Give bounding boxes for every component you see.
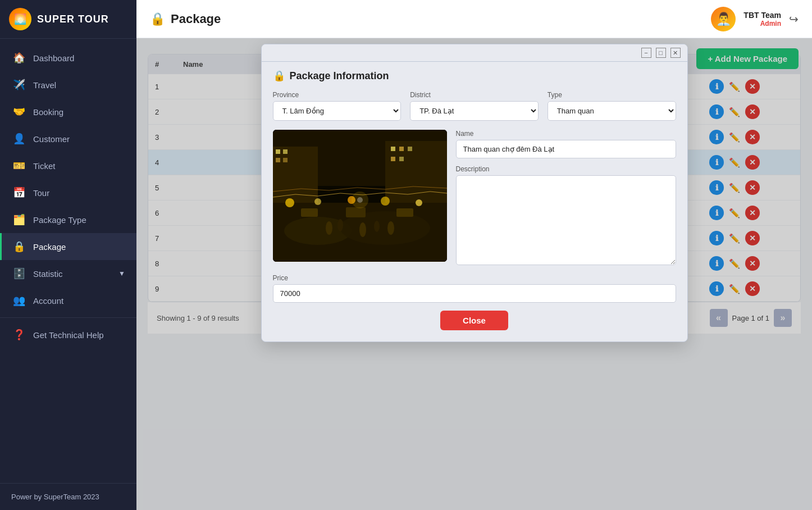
header-title: 🔒 Package [150,12,221,26]
statistic-icon: 🗄️ [13,267,25,280]
name-input[interactable] [456,140,676,158]
location-row: Province T. Lâm ĐồngHà NộiTP. HCM Distri… [273,91,676,121]
type-group: Type Tham quanDu lịchNghỉ dưỡng [548,91,676,121]
app-name: SUPER TOUR [37,13,109,25]
main-row: Name Description [273,130,676,265]
province-select[interactable]: T. Lâm ĐồngHà NộiTP. HCM [273,101,402,121]
account-icon: 👥 [13,294,25,307]
svg-point-30 [357,197,363,203]
logout-button[interactable]: ↪ [789,12,799,26]
type-label: Type [548,91,676,99]
tour-icon: 📅 [13,186,25,199]
sidebar-item-travel[interactable]: ✈️ Travel [0,71,136,98]
sidebar-item-statistic[interactable]: 🗄️ Statistic ▼ [0,260,136,287]
svg-point-19 [381,197,390,206]
sidebar-item-label: Tour [33,188,49,198]
svg-point-22 [337,219,343,231]
sidebar-item-label: Package [33,242,66,252]
customer-icon: 👤 [13,133,25,145]
svg-rect-10 [408,147,412,151]
province-label: Province [273,91,402,99]
sidebar: 🌅 SUPER TOUR 🏠 Dashboard ✈️ Travel 🤝 Boo… [0,0,136,510]
sidebar-item-account[interactable]: 👥 Account [0,287,136,314]
sidebar-item-ticket[interactable]: 🎫 Ticket [0,152,136,179]
modal-titlebar: − □ ✕ [262,44,687,62]
district-select[interactable]: TP. Đà LạtBảo LộcĐức Trọng [410,101,539,121]
sidebar-footer: Power by SuperTeam 2023 [0,483,136,510]
sidebar-item-label: Dashboard [33,53,74,63]
district-label: District [410,91,539,99]
user-info: TBT Team Admin [743,11,781,28]
svg-rect-5 [276,158,280,162]
sidebar-item-customer[interactable]: 👤 Customer [0,125,136,152]
svg-rect-12 [399,157,404,161]
svg-rect-4 [283,149,288,154]
sidebar-item-label: Booking [33,107,63,117]
package-icon: 🔒 [13,240,25,253]
user-role: Admin [743,20,781,28]
sidebar-item-label: Statistic [33,269,63,279]
svg-point-21 [326,221,332,235]
minimize-button[interactable]: − [641,48,651,58]
main-content: 🔒 Package 👨‍💼 TBT Team Admin ↪ + Add New… [136,0,812,510]
right-form: Name Description [456,130,676,265]
svg-rect-3 [276,149,280,154]
sidebar-item-label: Ticket [33,161,55,171]
maximize-button[interactable]: □ [656,48,666,58]
svg-point-24 [374,221,380,232]
package-image [273,130,447,262]
svg-point-23 [359,222,366,237]
svg-point-25 [387,221,394,235]
modal-close-button[interactable]: Close [440,311,508,330]
svg-point-20 [416,199,422,206]
svg-rect-27 [346,207,366,217]
sidebar-item-label: Package Type [33,215,86,225]
sidebar-item-package[interactable]: 🔒 Package [0,233,136,260]
modal-title-text: Package Information [290,70,389,82]
modal-body: Province T. Lâm ĐồngHà NộiTP. HCM Distri… [262,85,687,341]
price-input[interactable] [273,284,676,303]
close-window-button[interactable]: ✕ [670,48,681,58]
home-icon: 🏠 [13,52,25,64]
nav-divider [0,317,136,318]
header-right: 👨‍💼 TBT Team Admin ↪ [711,7,799,31]
svg-point-16 [285,198,294,207]
district-group: District TP. Đà LạtBảo LộcĐức Trọng [410,91,539,121]
svg-rect-6 [283,158,288,162]
travel-icon: ✈️ [13,79,25,91]
sidebar-item-package-type[interactable]: 🗂️ Package Type [0,206,136,233]
svg-rect-11 [391,157,395,161]
sidebar-item-help[interactable]: ❓ Get Technical Help [0,321,136,348]
svg-rect-26 [301,208,318,217]
sidebar-item-dashboard[interactable]: 🏠 Dashboard [0,44,136,71]
sidebar-item-label: Customer [33,134,70,144]
modal-title-icon: 🔒 [273,70,285,82]
svg-rect-9 [399,147,404,151]
booking-icon: 🤝 [13,106,25,118]
page-title: Package [171,12,221,26]
type-select[interactable]: Tham quanDu lịchNghỉ dưỡng [548,101,676,121]
logo-icon: 🌅 [9,8,31,30]
user-name: TBT Team [743,11,781,20]
ticket-icon: 🎫 [13,160,25,172]
footer-text: Power by SuperTeam 2023 [11,493,99,501]
avatar-icon: 👨‍💼 [716,12,731,26]
modal-overlay: − □ ✕ 🔒 Package Information Province [136,38,812,510]
name-label: Name [456,130,676,138]
sidebar-logo: 🌅 SUPER TOUR [0,0,136,39]
price-label: Price [273,274,676,282]
sidebar-item-label: Travel [33,80,56,90]
svg-rect-28 [396,208,413,217]
header: 🔒 Package 👨‍💼 TBT Team Admin ↪ [136,0,812,38]
province-group: Province T. Lâm ĐồngHà NộiTP. HCM [273,91,402,121]
sidebar-item-booking[interactable]: 🤝 Booking [0,98,136,125]
page-body: + Add New Package # Name Description Pri… [136,38,812,510]
description-textarea[interactable] [456,175,676,265]
description-group: Description [456,165,676,265]
modal-title: 🔒 Package Information [262,62,687,85]
description-label: Description [456,165,676,173]
sidebar-help-label: Get Technical Help [33,330,104,340]
price-group: Price [273,274,676,303]
avatar: 👨‍💼 [711,7,736,31]
sidebar-item-tour[interactable]: 📅 Tour [0,179,136,206]
